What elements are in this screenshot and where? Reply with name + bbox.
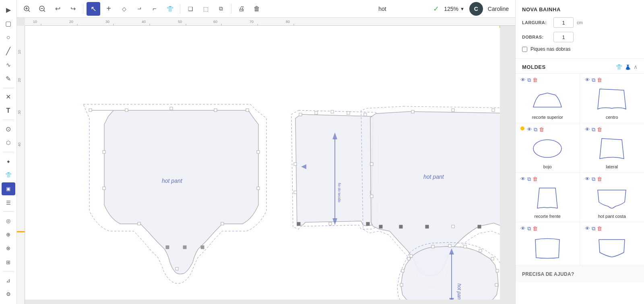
svg-rect-86: [496, 269, 499, 272]
tool-settings[interactable]: ⚙: [2, 288, 15, 301]
svg-text:30: 30: [17, 110, 21, 114]
dobras-row: DOBRAS:: [522, 32, 638, 42]
dobras-input[interactable]: [553, 32, 574, 42]
copy-icon-rf[interactable]: ⧉: [527, 176, 531, 182]
svg-rect-56: [329, 222, 332, 225]
corner1-tool[interactable]: ⌐: [132, 2, 146, 16]
eye-icon-hpc[interactable]: 👁: [585, 176, 590, 182]
tool-grade[interactable]: ⊿: [2, 274, 15, 287]
delete-button[interactable]: 🗑: [250, 2, 264, 16]
tool-pattern-icon[interactable]: ⬡: [2, 136, 15, 149]
tool-line[interactable]: ╱: [2, 45, 15, 58]
trash-icon-b[interactable]: 🗑: [539, 126, 544, 133]
trash-icon-8[interactable]: 🗑: [597, 225, 602, 232]
svg-rect-44: [201, 246, 204, 249]
duplicate-tool[interactable]: ⧉: [214, 2, 228, 16]
tool-rectangle[interactable]: ▢: [2, 17, 15, 30]
molde-name-bojo: bojo: [520, 164, 575, 169]
tool-seam[interactable]: ⊕: [2, 228, 15, 241]
zoom-in-button[interactable]: [20, 2, 34, 16]
copy-icon-b[interactable]: ⧉: [534, 126, 537, 133]
corner2-tool[interactable]: ⌐: [148, 2, 161, 16]
canvas-area[interactable]: hot pant fio do tecido: [25, 26, 500, 300]
tool-notch[interactable]: ⊗: [2, 242, 15, 255]
moldes-collapse-icon[interactable]: ∧: [634, 64, 638, 70]
tool-pocket[interactable]: ⊞: [2, 256, 15, 269]
undo-button[interactable]: ↩: [51, 2, 64, 16]
trash-icon-rf[interactable]: 🗑: [533, 176, 538, 182]
copy-icon-rs[interactable]: ⧉: [527, 77, 531, 83]
eye-icon-rf[interactable]: 👁: [520, 176, 526, 182]
svg-rect-32: [125, 109, 128, 112]
eye-icon-rs[interactable]: 👁: [520, 77, 526, 83]
trash-icon-hpc[interactable]: 🗑: [597, 176, 602, 182]
copy-icon-hpc[interactable]: ⧉: [592, 176, 595, 182]
largura-input[interactable]: [553, 17, 574, 28]
moldes-title: MOLDES: [522, 64, 616, 70]
tool-pen[interactable]: ✎: [2, 72, 15, 85]
tool-shirt[interactable]: 👕: [2, 168, 15, 181]
eye-icon-7[interactable]: 👁: [520, 225, 526, 232]
svg-rect-75: [399, 225, 402, 228]
copy-icon-8[interactable]: ⧉: [592, 225, 595, 232]
eye-icon-l[interactable]: 👁: [585, 126, 590, 133]
svg-rect-39: [103, 187, 105, 190]
tool-fill[interactable]: ⬥: [2, 155, 15, 168]
redo-button[interactable]: ↪: [66, 2, 80, 16]
moldes-shirt2-icon[interactable]: 👗: [625, 64, 631, 70]
thumbnail-recorte-superior: [520, 85, 575, 113]
eye-icon-8[interactable]: 👁: [585, 225, 590, 232]
largura-unit: cm: [577, 20, 583, 25]
tool-text[interactable]: T: [2, 104, 15, 117]
main-canvas-area: // inline not possible here, drawn stati…: [17, 18, 515, 304]
copy-tool[interactable]: ❑: [184, 2, 197, 16]
svg-text:fio do tecido: fio do tecido: [337, 183, 341, 203]
print-button[interactable]: 🖨: [235, 2, 248, 16]
eye-icon-b[interactable]: 👁: [527, 126, 532, 133]
tool-hem[interactable]: ▣: [2, 182, 15, 195]
svg-rect-41: [138, 222, 140, 225]
piques-checkbox[interactable]: [522, 47, 527, 52]
svg-rect-65: [492, 109, 495, 112]
zoom-chevron-icon: ▼: [460, 6, 464, 11]
trash-icon-c[interactable]: 🗑: [597, 77, 602, 83]
help-text[interactable]: PRECISA DE AJUDA?: [522, 271, 574, 277]
svg-rect-33: [170, 107, 173, 110]
paste-tool[interactable]: ⬚: [199, 2, 213, 16]
svg-rect-55: [366, 222, 369, 225]
tool-curve[interactable]: ∿: [2, 58, 15, 71]
copy-icon-7[interactable]: ⧉: [527, 225, 531, 232]
eye-icon-c[interactable]: 👁: [585, 77, 590, 83]
trash-icon-l[interactable]: 🗑: [597, 126, 602, 133]
svg-rect-81: [431, 245, 434, 248]
shirt-tool[interactable]: 👕: [163, 2, 177, 16]
svg-rect-83: [464, 245, 466, 248]
moldes-shirt1-icon[interactable]: 👕: [616, 64, 622, 70]
copy-icon-l[interactable]: ⧉: [592, 126, 595, 133]
copy-icon-c[interactable]: ⧉: [592, 77, 595, 83]
svg-rect-36: [257, 151, 260, 153]
svg-rect-35: [246, 109, 249, 112]
tool-circle[interactable]: ○: [2, 31, 15, 44]
tool-select[interactable]: ▶: [2, 3, 15, 16]
dobras-label: DOBRAS:: [522, 35, 550, 39]
zoom-selector[interactable]: 125% ▼: [444, 6, 464, 12]
tool-camera[interactable]: ⊙: [2, 122, 15, 135]
pointer-tool[interactable]: ↖: [87, 2, 100, 16]
svg-rect-24: [17, 26, 25, 304]
thumbnail-hot-pant-costa: [585, 184, 640, 212]
svg-text:hot pant: hot pant: [456, 283, 462, 300]
svg-rect-82: [448, 244, 451, 247]
edit-tool[interactable]: ◇: [117, 2, 131, 16]
tool-dart[interactable]: ◎: [2, 214, 15, 227]
trash-icon-7[interactable]: 🗑: [533, 225, 538, 232]
svg-rect-80: [410, 254, 413, 257]
svg-rect-48: [331, 110, 334, 113]
svg-rect-50: [364, 113, 367, 116]
zoom-out-button[interactable]: [35, 2, 49, 16]
svg-rect-64: [452, 109, 454, 112]
tool-layers[interactable]: ☰: [2, 196, 15, 209]
trash-icon-rs[interactable]: 🗑: [533, 77, 538, 83]
tool-cross[interactable]: ✕: [2, 91, 15, 103]
add-point-tool[interactable]: +: [102, 2, 116, 16]
